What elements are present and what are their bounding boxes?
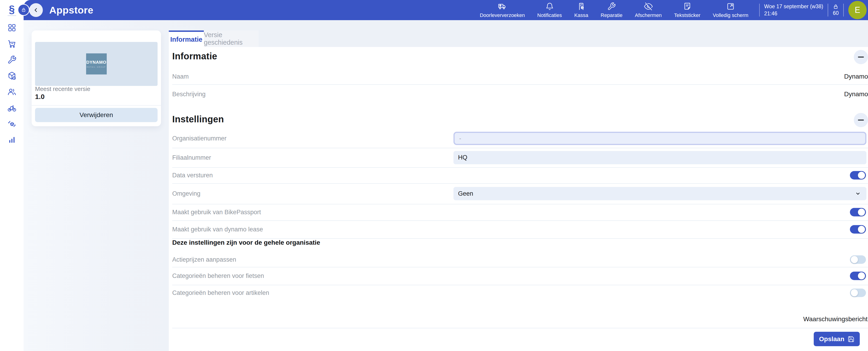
page-title: Appstore <box>49 5 93 16</box>
bikepassport-label: Maakt gebruik van BikePassport <box>172 209 261 216</box>
save-button[interactable]: Opslaan <box>814 332 860 346</box>
save-icon <box>848 335 855 343</box>
waarschuwingsbericht-text: Waarschuwingsbericht <box>803 316 868 323</box>
time-text: 21:46 <box>764 10 823 17</box>
naam-label: Naam <box>172 73 189 80</box>
toggle-knob <box>858 226 865 233</box>
lock-icon <box>21 7 26 12</box>
header: Appstore Doorleververzoeken Notificaties… <box>24 0 868 20</box>
nav-item-label: Afschermen <box>635 12 662 18</box>
lock-count[interactable]: 60 <box>833 4 839 16</box>
save-button-label: Opslaan <box>819 335 844 343</box>
row-dynamo-lease: Maakt gebruik van dynamo lease <box>172 221 868 239</box>
version-label: Meest recente versie <box>35 85 90 93</box>
row-bikepassport: Maakt gebruik van BikePassport <box>172 204 868 221</box>
nav-item-label: Notificaties <box>537 12 562 18</box>
row-actieprijzen: Actieprijzen aanpassen <box>172 252 868 267</box>
categorieen-fietsen-toggle[interactable] <box>850 272 866 280</box>
sidebar-item-users[interactable] <box>7 87 17 97</box>
toggle-knob <box>858 272 865 280</box>
nav-item-doorleververzoeken[interactable]: Doorleververzoeken <box>474 2 531 18</box>
row-beschrijving: Beschrijving Dynamo <box>172 84 868 104</box>
collapse-informatie-button[interactable] <box>854 50 868 64</box>
nav-item-kassa[interactable]: Kassa <box>568 2 594 18</box>
datetime: Woe 17 september (w38) 21:46 <box>764 3 823 17</box>
nav-item-notificaties[interactable]: Notificaties <box>531 2 568 18</box>
organisatienummer-input[interactable]: - <box>454 132 866 145</box>
row-categorieen-fietsen: Categorieën beheren voor fietsen <box>172 267 868 285</box>
app-image-area: DYNAMO RETAIL GROUP <box>35 42 158 86</box>
organisatienummer-label: Organisatienummer <box>172 135 226 142</box>
bikepassport-toggle[interactable] <box>850 208 866 216</box>
row-naam: Naam Dynamo <box>172 69 868 85</box>
data-versturen-label: Data versturen <box>172 172 213 179</box>
sidebar-item-statistics[interactable] <box>7 135 17 145</box>
package-clock-icon <box>7 71 17 81</box>
nav-item-reparatie[interactable]: Reparatie <box>594 2 629 18</box>
wrench-icon <box>7 55 17 64</box>
avatar-initial: E <box>855 5 860 15</box>
nav-item-label: Reparatie <box>601 12 622 18</box>
collapse-instellingen-button[interactable] <box>854 113 868 127</box>
beschrijving-label: Beschrijving <box>172 90 206 97</box>
header-separator <box>759 4 760 17</box>
header-separator <box>843 4 844 17</box>
date-text: Woe 17 september (w38) <box>764 3 823 10</box>
nav-item-tekststicker[interactable]: Tekststicker <box>668 2 707 18</box>
fullscreen-icon <box>726 2 735 11</box>
minus-icon <box>858 120 864 120</box>
lock-badge[interactable] <box>18 4 30 16</box>
section-title-informatie: Informatie <box>172 50 217 62</box>
chevron-left-icon <box>33 7 39 13</box>
nav-item-afschermen[interactable]: Afschermen <box>629 2 668 18</box>
lock-icon <box>833 4 838 9</box>
sidebar-item-orders[interactable] <box>7 71 17 81</box>
card-divider <box>32 105 161 106</box>
row-organisatienummer: Organisatienummer - <box>172 129 868 148</box>
dynamo-logo-text: DYNAMO <box>86 60 106 65</box>
filiaalnummer-label: Filiaalnummer <box>172 154 211 161</box>
tab-informatie[interactable]: Informatie <box>169 30 204 47</box>
naam-value: Dynamo <box>844 73 868 80</box>
sidebar-item-apps[interactable] <box>7 23 17 32</box>
truck-icon <box>498 2 506 11</box>
organisatienummer-value: - <box>459 135 461 142</box>
sidebar-item-cart[interactable] <box>7 39 17 49</box>
categorieen-artikelen-toggle[interactable] <box>850 289 866 297</box>
nav-item-label: Volledig scherm <box>713 12 748 18</box>
sidebar-item-sync[interactable] <box>7 119 17 129</box>
beschrijving-value: Dynamo <box>844 90 868 98</box>
wrench-icon <box>607 2 616 11</box>
data-versturen-toggle[interactable] <box>850 171 866 180</box>
bell-icon <box>545 2 554 11</box>
apps-icon <box>7 23 17 32</box>
filiaalnummer-value: HQ <box>458 154 467 161</box>
bicycle-icon <box>7 103 17 113</box>
sidebar: § <box>0 0 24 351</box>
back-button[interactable] <box>29 3 43 17</box>
toggle-knob <box>858 172 865 179</box>
toggle-knob <box>851 289 858 296</box>
avatar[interactable]: E <box>848 1 867 19</box>
app-card: DYNAMO RETAIL GROUP Meest recente versie… <box>32 30 161 126</box>
sidebar-item-repair[interactable] <box>7 55 17 65</box>
dynamo-lease-toggle[interactable] <box>850 225 866 234</box>
filiaalnummer-input[interactable]: HQ <box>454 151 866 164</box>
sidebar-nav <box>0 23 24 145</box>
users-icon <box>7 87 17 96</box>
dynamo-logo: DYNAMO RETAIL GROUP <box>86 53 107 75</box>
cart-icon <box>7 39 17 48</box>
bar-chart-icon <box>7 136 17 145</box>
pos-terminal-icon <box>577 2 586 11</box>
row-categorieen-artikelen: Categorieën beheren voor artikelen <box>172 285 868 301</box>
sidebar-item-bikes[interactable] <box>7 103 17 113</box>
nav-item-volledig-scherm[interactable]: Volledig scherm <box>707 2 754 18</box>
tab-versie-geschiedenis[interactable]: Versie geschiedenis <box>204 30 258 47</box>
dynamo-logo-subtext: RETAIL GROUP <box>87 66 106 68</box>
minus-icon <box>858 57 864 58</box>
omgeving-select[interactable]: Geen <box>454 187 866 200</box>
delete-button[interactable]: Verwijderen <box>35 108 158 122</box>
sticker-icon <box>683 2 692 11</box>
actieprijzen-label: Actieprijzen aanpassen <box>172 256 236 263</box>
actieprijzen-toggle[interactable] <box>850 255 866 264</box>
